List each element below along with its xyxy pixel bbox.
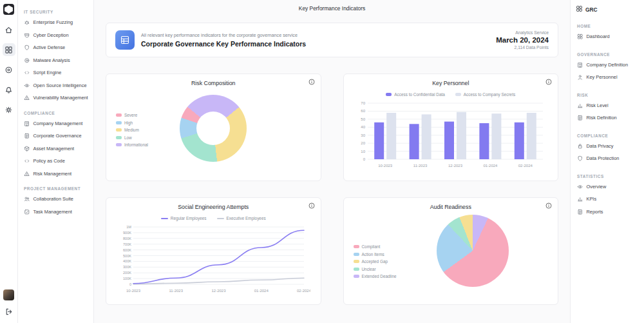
company-management-icon — [24, 121, 30, 127]
nav-item-data-protection[interactable]: Data Protection — [576, 152, 639, 165]
legend-item-high: High — [116, 121, 148, 125]
nav-item-label: Risk Level — [587, 103, 609, 108]
data-points-label: 2,114 Data Points — [496, 45, 549, 50]
nav-item-overview[interactable]: Overview — [576, 181, 639, 193]
nav-item-malware-analysis[interactable]: Malware Analysis — [23, 54, 89, 67]
nav-item-open-source-intelligence[interactable]: Open Source Intelligence — [23, 79, 89, 92]
home-icon[interactable] — [3, 23, 15, 36]
nav-item-asset-management[interactable]: Asset Management — [23, 142, 89, 155]
nav-item-dashboard[interactable]: Dashboard — [576, 30, 639, 43]
nav-item-label: KPIs — [587, 196, 597, 202]
info-icon[interactable] — [545, 79, 552, 85]
dashboard-icon — [577, 34, 583, 40]
donut-hole — [196, 112, 230, 145]
asset-management-icon — [24, 146, 30, 152]
header-title: Corporate Governance Key Performance Ind… — [141, 40, 306, 48]
nav-item-label: Policy as Code — [33, 158, 65, 164]
nav-item-label: Company Management — [33, 121, 83, 126]
legend-label: Access to Confidential Data — [394, 92, 445, 97]
legend-swatch — [116, 113, 122, 117]
nav-item-corporate-governance[interactable]: Corporate Governance — [23, 130, 89, 142]
dashboard-icon[interactable] — [3, 43, 15, 56]
main-content: Key Performance Indicators All relevant … — [94, 0, 570, 323]
nav-item-risk-level[interactable]: Risk Level — [576, 99, 639, 112]
nav-item-label: Active Defense — [33, 44, 66, 50]
nav-item-key-personnel[interactable]: Key Personnel — [576, 71, 639, 84]
malware-analysis-icon — [24, 57, 30, 64]
legend-swatch — [386, 93, 392, 96]
nav-item-label: Corporate Governance — [33, 133, 82, 139]
svg-text:11-2023: 11-2023 — [169, 289, 184, 293]
nav-item-company-management[interactable]: Company Management — [23, 117, 89, 130]
svg-text:30: 30 — [361, 133, 365, 137]
nav-item-data-privacy[interactable]: Data Privacy — [576, 140, 639, 153]
nav-item-active-defense[interactable]: Active Defense — [23, 41, 89, 54]
chart-title: Risk Composition — [113, 80, 314, 86]
key-personnel-icon — [577, 74, 583, 81]
legend-label: Low — [124, 135, 132, 140]
nav-section-compliance: COMPLIANCE — [577, 133, 638, 138]
nav-item-label: Dashboard — [587, 34, 610, 39]
nav-item-task-management[interactable]: Task Management — [23, 206, 89, 219]
header-card: All relevant key performance indicators … — [106, 23, 558, 57]
nav-item-enterprise-fuzzing[interactable]: Enterprise Fuzzing — [23, 16, 89, 29]
script-engine-icon — [24, 70, 30, 76]
bell-icon[interactable] — [3, 83, 15, 96]
info-icon[interactable] — [308, 202, 315, 209]
legend-item-informational: Informational — [116, 142, 148, 147]
nav-item-risk-management[interactable]: Risk Management — [23, 168, 89, 181]
nav-item-label: Vulnerability Management — [33, 95, 88, 101]
legend-label: Access to Company Secrets — [464, 92, 515, 97]
nav-item-label: Asset Management — [33, 146, 75, 152]
nav-item-cyber-deception[interactable]: Cyber Deception — [23, 29, 89, 42]
svg-text:200K: 200K — [123, 271, 131, 275]
legend-swatch — [116, 136, 122, 139]
svg-text:20: 20 — [361, 141, 365, 145]
kpis-icon — [577, 196, 583, 202]
legend-label: Regular Employees — [171, 216, 207, 220]
nav-item-label: Task Management — [33, 209, 72, 215]
legend-label: Action Items — [362, 252, 384, 257]
nav-item-reports[interactable]: Reports — [576, 206, 639, 219]
analytics-service-label: Analytics Service — [496, 30, 549, 35]
audit-readiness-card: Audit Readiness CompliantAction ItemsAcc… — [343, 197, 559, 305]
data-privacy-icon — [577, 143, 583, 150]
nav-item-risk-definition[interactable]: Risk Definition — [576, 112, 639, 124]
risk-management-icon — [24, 171, 30, 177]
nav-item-company-definition[interactable]: Company Definition — [576, 59, 639, 72]
gear-icon[interactable] — [3, 103, 15, 116]
legend-swatch — [455, 93, 461, 96]
nav-item-vulnerability-management[interactable]: Vulnerability Management — [23, 92, 89, 104]
info-icon[interactable] — [308, 79, 315, 85]
target-icon[interactable] — [3, 63, 15, 76]
svg-text:10: 10 — [361, 150, 365, 153]
header-subtitle: All relevant key performance indicators … — [141, 32, 306, 38]
nav-item-label: Collaboration Suite — [33, 196, 73, 202]
legend-swatch — [354, 245, 359, 248]
legend-swatch — [161, 218, 168, 219]
chart-legend: Access to Confidential DataAccess to Com… — [350, 92, 552, 97]
chart-title: Social Engineering Attempts — [113, 204, 314, 210]
chart-title: Key Personnel — [350, 80, 552, 86]
info-icon[interactable] — [545, 202, 552, 209]
risk-definition-icon — [577, 115, 583, 121]
nav-item-script-engine[interactable]: Script Engine — [23, 66, 89, 79]
nav-item-policy-as-code[interactable]: Policy as Code — [23, 155, 89, 168]
nav-item-kpis[interactable]: KPIs — [576, 193, 639, 206]
logout-icon[interactable] — [3, 305, 15, 318]
svg-text:900K: 900K — [123, 231, 131, 235]
nav-item-collaboration-suite[interactable]: Collaboration Suite — [23, 193, 89, 206]
app-logo-icon[interactable] — [3, 4, 14, 15]
legend-label: Compliant — [362, 244, 381, 249]
legend-item-accepted-gap: Accepted Gap — [354, 259, 397, 264]
svg-text:01-2024: 01-2024 — [254, 289, 269, 293]
corporate-governance-icon — [24, 133, 30, 139]
svg-text:10-2023: 10-2023 — [378, 164, 393, 168]
social-engineering-card: Social Engineering Attempts Regular Empl… — [106, 197, 321, 305]
nav-item-label: Open Source Intelligence — [33, 83, 87, 88]
svg-text:40: 40 — [361, 125, 365, 129]
legend-swatch — [354, 275, 359, 278]
legend-label: Severe — [124, 113, 137, 117]
legend-label: Medium — [124, 128, 139, 132]
user-avatar[interactable] — [3, 289, 14, 300]
